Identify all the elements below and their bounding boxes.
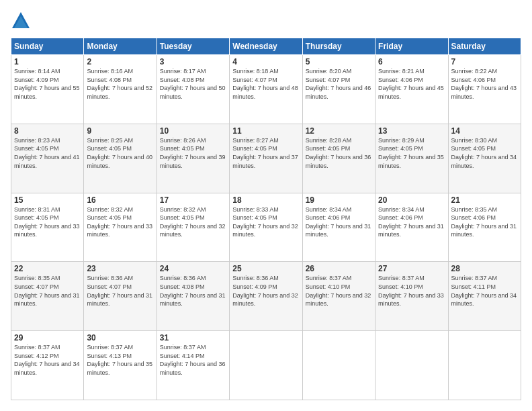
calendar-cell: 8Sunrise: 8:23 AMSunset: 4:05 PMDaylight… <box>11 124 84 193</box>
day-info: Sunrise: 8:34 AMSunset: 4:06 PMDaylight:… <box>378 205 445 239</box>
calendar-header-row: Sunday Monday Tuesday Wednesday Thursday… <box>11 38 521 55</box>
col-friday: Friday <box>375 38 448 55</box>
table-row: 1Sunrise: 8:14 AMSunset: 4:09 PMDaylight… <box>11 55 521 124</box>
calendar-cell: 12Sunrise: 8:28 AMSunset: 4:05 PMDayligh… <box>302 124 375 193</box>
day-info: Sunrise: 8:35 AMSunset: 4:06 PMDaylight:… <box>451 205 518 239</box>
day-info: Sunrise: 8:36 AMSunset: 4:09 PMDaylight:… <box>232 274 299 308</box>
day-number: 12 <box>306 126 372 136</box>
day-number: 8 <box>14 126 81 136</box>
calendar-cell: 27Sunrise: 8:37 AMSunset: 4:10 PMDayligh… <box>375 262 448 331</box>
day-number: 25 <box>232 264 299 273</box>
day-number: 16 <box>87 195 153 205</box>
calendar-cell: 18Sunrise: 8:33 AMSunset: 4:05 PMDayligh… <box>230 193 302 262</box>
day-number: 17 <box>160 195 226 205</box>
day-number: 5 <box>306 57 372 66</box>
table-row: 29Sunrise: 8:37 AMSunset: 4:12 PMDayligh… <box>11 331 521 400</box>
day-number: 15 <box>14 195 81 205</box>
day-number: 2 <box>87 57 153 66</box>
calendar-cell: 2Sunrise: 8:16 AMSunset: 4:08 PMDaylight… <box>84 55 157 124</box>
day-number: 13 <box>378 126 445 136</box>
day-number: 29 <box>14 333 81 342</box>
col-sunday: Sunday <box>11 38 84 55</box>
day-info: Sunrise: 8:23 AMSunset: 4:05 PMDaylight:… <box>14 136 81 170</box>
logo-icon <box>11 11 31 31</box>
day-info: Sunrise: 8:37 AMSunset: 4:13 PMDaylight:… <box>87 343 153 377</box>
calendar-cell: 22Sunrise: 8:35 AMSunset: 4:07 PMDayligh… <box>11 262 84 331</box>
calendar-cell: 5Sunrise: 8:20 AMSunset: 4:07 PMDaylight… <box>302 55 375 124</box>
day-number: 6 <box>378 57 445 66</box>
day-info: Sunrise: 8:21 AMSunset: 4:06 PMDaylight:… <box>378 67 445 101</box>
day-number: 27 <box>378 264 445 273</box>
calendar-cell: 17Sunrise: 8:32 AMSunset: 4:05 PMDayligh… <box>157 193 229 262</box>
calendar-cell <box>448 331 521 400</box>
day-number: 28 <box>451 264 518 273</box>
calendar-cell <box>302 331 375 400</box>
day-info: Sunrise: 8:33 AMSunset: 4:05 PMDaylight:… <box>232 205 299 239</box>
day-info: Sunrise: 8:31 AMSunset: 4:05 PMDaylight:… <box>14 205 81 239</box>
logo <box>11 11 34 31</box>
day-info: Sunrise: 8:32 AMSunset: 4:05 PMDaylight:… <box>160 205 226 239</box>
calendar-cell: 26Sunrise: 8:37 AMSunset: 4:10 PMDayligh… <box>302 262 375 331</box>
calendar-cell: 13Sunrise: 8:29 AMSunset: 4:05 PMDayligh… <box>375 124 448 193</box>
calendar-cell <box>375 331 448 400</box>
calendar-cell: 9Sunrise: 8:25 AMSunset: 4:05 PMDaylight… <box>84 124 157 193</box>
day-info: Sunrise: 8:37 AMSunset: 4:12 PMDaylight:… <box>14 343 81 377</box>
day-number: 20 <box>378 195 445 205</box>
day-info: Sunrise: 8:34 AMSunset: 4:06 PMDaylight:… <box>306 205 372 239</box>
calendar-cell: 19Sunrise: 8:34 AMSunset: 4:06 PMDayligh… <box>302 193 375 262</box>
day-info: Sunrise: 8:14 AMSunset: 4:09 PMDaylight:… <box>14 67 81 101</box>
page: Sunday Monday Tuesday Wednesday Thursday… <box>0 0 532 411</box>
day-info: Sunrise: 8:20 AMSunset: 4:07 PMDaylight:… <box>306 67 372 101</box>
day-number: 31 <box>160 333 226 342</box>
day-info: Sunrise: 8:27 AMSunset: 4:05 PMDaylight:… <box>232 136 299 170</box>
day-number: 23 <box>87 264 153 273</box>
calendar-cell: 20Sunrise: 8:34 AMSunset: 4:06 PMDayligh… <box>375 193 448 262</box>
day-number: 4 <box>232 57 299 66</box>
col-saturday: Saturday <box>448 38 521 55</box>
calendar-cell: 3Sunrise: 8:17 AMSunset: 4:08 PMDaylight… <box>157 55 229 124</box>
col-monday: Monday <box>84 38 157 55</box>
calendar-cell: 28Sunrise: 8:37 AMSunset: 4:11 PMDayligh… <box>448 262 521 331</box>
calendar-cell: 31Sunrise: 8:37 AMSunset: 4:14 PMDayligh… <box>157 331 229 400</box>
calendar-cell: 15Sunrise: 8:31 AMSunset: 4:05 PMDayligh… <box>11 193 84 262</box>
calendar-cell: 10Sunrise: 8:26 AMSunset: 4:05 PMDayligh… <box>157 124 229 193</box>
calendar-cell: 25Sunrise: 8:36 AMSunset: 4:09 PMDayligh… <box>230 262 302 331</box>
day-info: Sunrise: 8:17 AMSunset: 4:08 PMDaylight:… <box>160 67 226 101</box>
day-info: Sunrise: 8:36 AMSunset: 4:08 PMDaylight:… <box>160 274 226 308</box>
calendar-cell: 30Sunrise: 8:37 AMSunset: 4:13 PMDayligh… <box>84 331 157 400</box>
day-info: Sunrise: 8:32 AMSunset: 4:05 PMDaylight:… <box>87 205 153 239</box>
day-info: Sunrise: 8:35 AMSunset: 4:07 PMDaylight:… <box>14 274 81 308</box>
day-info: Sunrise: 8:28 AMSunset: 4:05 PMDaylight:… <box>306 136 372 170</box>
day-number: 21 <box>451 195 518 205</box>
table-row: 22Sunrise: 8:35 AMSunset: 4:07 PMDayligh… <box>11 262 521 331</box>
calendar-cell: 7Sunrise: 8:22 AMSunset: 4:06 PMDaylight… <box>448 55 521 124</box>
calendar-cell: 1Sunrise: 8:14 AMSunset: 4:09 PMDaylight… <box>11 55 84 124</box>
day-number: 3 <box>160 57 226 66</box>
day-info: Sunrise: 8:37 AMSunset: 4:10 PMDaylight:… <box>306 274 372 308</box>
calendar-cell: 6Sunrise: 8:21 AMSunset: 4:06 PMDaylight… <box>375 55 448 124</box>
calendar-cell: 23Sunrise: 8:36 AMSunset: 4:07 PMDayligh… <box>84 262 157 331</box>
day-number: 11 <box>232 126 299 136</box>
day-info: Sunrise: 8:30 AMSunset: 4:05 PMDaylight:… <box>451 136 518 170</box>
calendar-cell: 4Sunrise: 8:18 AMSunset: 4:07 PMDaylight… <box>230 55 302 124</box>
day-number: 1 <box>14 57 81 66</box>
day-number: 26 <box>306 264 372 273</box>
day-info: Sunrise: 8:37 AMSunset: 4:10 PMDaylight:… <box>378 274 445 308</box>
day-info: Sunrise: 8:22 AMSunset: 4:06 PMDaylight:… <box>451 67 518 101</box>
day-number: 14 <box>451 126 518 136</box>
col-thursday: Thursday <box>302 38 375 55</box>
col-wednesday: Wednesday <box>230 38 302 55</box>
day-number: 19 <box>306 195 372 205</box>
calendar-cell: 14Sunrise: 8:30 AMSunset: 4:05 PMDayligh… <box>448 124 521 193</box>
calendar-cell: 16Sunrise: 8:32 AMSunset: 4:05 PMDayligh… <box>84 193 157 262</box>
day-number: 24 <box>160 264 226 273</box>
calendar-cell: 11Sunrise: 8:27 AMSunset: 4:05 PMDayligh… <box>230 124 302 193</box>
day-number: 22 <box>14 264 81 273</box>
day-info: Sunrise: 8:25 AMSunset: 4:05 PMDaylight:… <box>87 136 153 170</box>
calendar-cell: 24Sunrise: 8:36 AMSunset: 4:08 PMDayligh… <box>157 262 229 331</box>
header <box>11 11 521 31</box>
table-row: 15Sunrise: 8:31 AMSunset: 4:05 PMDayligh… <box>11 193 521 262</box>
day-info: Sunrise: 8:16 AMSunset: 4:08 PMDaylight:… <box>87 67 153 101</box>
day-info: Sunrise: 8:18 AMSunset: 4:07 PMDaylight:… <box>232 67 299 101</box>
day-number: 9 <box>87 126 153 136</box>
